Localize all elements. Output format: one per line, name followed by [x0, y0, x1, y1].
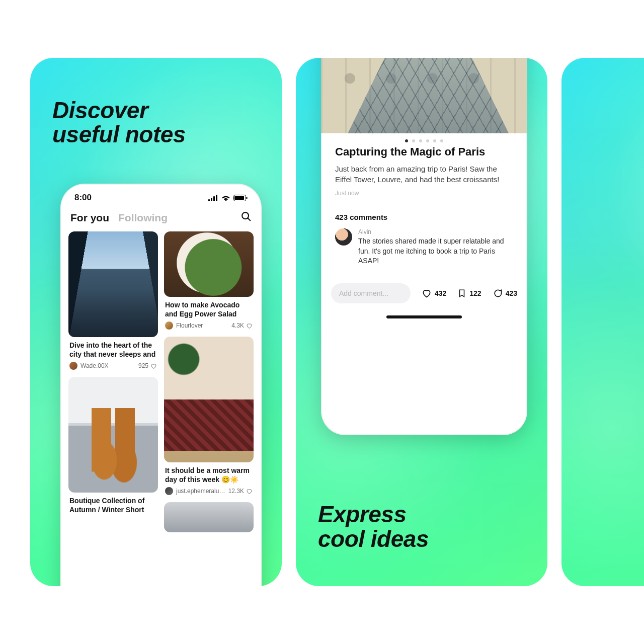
- feed-item-likes: 12.3K: [228, 488, 253, 495]
- add-comment-input[interactable]: Add comment...: [331, 283, 411, 303]
- search-icon: [240, 211, 252, 222]
- tab-following[interactable]: Following: [118, 212, 168, 224]
- post-timestamp: Just now: [335, 190, 513, 197]
- home-indicator: [386, 315, 462, 318]
- heart-icon: [422, 288, 432, 298]
- promo-card-partial: [561, 58, 644, 586]
- feed-thumb-boots: [68, 377, 158, 493]
- feed-item-likes: 4.3K: [231, 322, 253, 329]
- promo-card-express: Capturing the Magic of Paris Just back f…: [296, 58, 547, 586]
- carousel-dot[interactable]: [412, 139, 415, 142]
- search-button[interactable]: [240, 211, 252, 224]
- feed-item-likes: 925: [138, 362, 157, 369]
- comments-header: 423 comments: [335, 213, 513, 221]
- svg-rect-1: [211, 198, 212, 201]
- feed-thumb-room: [164, 337, 254, 462]
- phone-mock-feed: 8:00 For you Following: [60, 184, 262, 586]
- status-icons: [208, 195, 248, 201]
- phone-mock-post: Capturing the Magic of Paris Just back f…: [321, 58, 527, 435]
- headline-line: useful notes: [52, 122, 186, 146]
- carousel-dot[interactable]: [433, 139, 436, 142]
- feed-thumb-city: [68, 231, 158, 337]
- cellular-icon: [208, 195, 218, 201]
- carousel-dots: [321, 133, 527, 145]
- avatar: [69, 362, 77, 370]
- avatar: [165, 321, 173, 330]
- post-body-text: Just back from an amazing trip to Paris!…: [335, 164, 513, 185]
- feed-item[interactable]: Dive into the heart of the city that nev…: [68, 231, 158, 370]
- bookmark-icon: [457, 288, 466, 298]
- tab-for-you[interactable]: For you: [70, 212, 109, 224]
- comment-icon: [493, 288, 503, 298]
- status-bar: 8:00: [60, 184, 262, 208]
- comments-button[interactable]: 423: [493, 288, 517, 298]
- status-time: 8:00: [74, 193, 92, 203]
- svg-rect-5: [234, 196, 244, 200]
- feed-item-author: Wade.00X: [80, 362, 109, 369]
- svg-rect-3: [216, 195, 217, 201]
- headline-line: Discover: [52, 98, 186, 122]
- feed-item-title: How to make Avocado and Egg Power Salad: [165, 301, 253, 318]
- heart-icon: [246, 488, 253, 495]
- feed-item-title: Boutique Collection of Autumn / Winter S…: [69, 497, 157, 514]
- headline: Discover useful notes: [52, 98, 186, 147]
- bookmark-count: 122: [469, 289, 481, 297]
- carousel-dot[interactable]: [440, 139, 443, 142]
- svg-line-8: [248, 218, 251, 221]
- like-count: 432: [435, 289, 446, 297]
- feed-item-author: Flourlover: [176, 322, 203, 329]
- feed-tabs: For you Following: [60, 208, 262, 231]
- post-hero-image: [321, 58, 527, 133]
- avatar: [335, 228, 352, 246]
- feed-item-title: Dive into the heart of the city that nev…: [69, 341, 157, 359]
- headline: Express cool ideas: [318, 502, 429, 551]
- headline-line: Express: [318, 502, 429, 526]
- svg-rect-6: [247, 197, 248, 199]
- headline-line: cool ideas: [318, 527, 429, 551]
- battery-icon: [233, 195, 248, 201]
- comments-count: 423: [506, 289, 517, 297]
- comment-text: The stories shared made it super relatab…: [358, 236, 513, 266]
- svg-rect-2: [213, 196, 215, 201]
- avatar: [165, 487, 173, 495]
- feed-item[interactable]: [164, 502, 254, 532]
- promo-card-discover: Discover useful notes 8:00 For you Follo…: [30, 58, 282, 586]
- feed-thumb-partial: [164, 502, 254, 532]
- post-action-bar: Add comment... 432 122 423: [321, 270, 527, 308]
- carousel-dot[interactable]: [419, 139, 422, 142]
- carousel-dot[interactable]: [405, 139, 408, 142]
- svg-rect-0: [208, 199, 210, 201]
- post-title: Capturing the Magic of Paris: [335, 145, 513, 158]
- feed-item[interactable]: How to make Avocado and Egg Power Salad …: [164, 231, 254, 330]
- like-button[interactable]: 432: [422, 288, 446, 298]
- carousel-dot[interactable]: [426, 139, 429, 142]
- feed-grid: Dive into the heart of the city that nev…: [60, 231, 262, 542]
- feed-item-author: just.ephemeralu…: [176, 488, 225, 495]
- heart-icon: [150, 363, 157, 369]
- feed-item[interactable]: It should be a most warm day of this wee…: [164, 337, 254, 495]
- comment-item: Alvin The stories shared made it super r…: [335, 228, 513, 266]
- comment-author: Alvin: [358, 228, 513, 235]
- feed-thumb-salad: [164, 231, 254, 297]
- wifi-icon: [221, 195, 230, 201]
- bookmark-button[interactable]: 122: [457, 288, 481, 298]
- feed-item[interactable]: Boutique Collection of Autumn / Winter S…: [68, 377, 158, 514]
- heart-icon: [246, 323, 253, 329]
- feed-item-title: It should be a most warm day of this wee…: [165, 466, 253, 484]
